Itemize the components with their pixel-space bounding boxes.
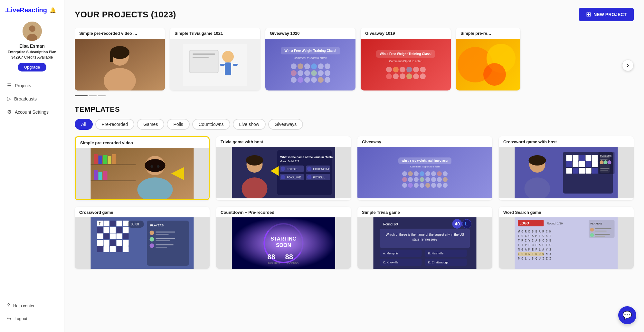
sidebar: .LiveReacting 🔔 Elsa Esman Enterprise Su… [0, 0, 64, 332]
broadcasts-icon: ▷ [7, 96, 11, 102]
svg-text:40: 40 [455, 221, 460, 226]
svg-rect-27 [112, 154, 116, 164]
svg-point-35 [157, 165, 160, 168]
project-card[interactable]: Simple Trivia game 1021 [170, 28, 260, 90]
credits-label: Credits Available [24, 55, 53, 60]
sidebar-item-logout[interactable]: ↪ Logout [3, 312, 61, 325]
svg-rect-11 [225, 62, 231, 75]
svg-text:W O R D S E A R C H: W O R D S E A R C H [518, 230, 551, 233]
svg-rect-22 [91, 180, 136, 181]
project-card[interactable]: Giveaway 1020 Win a Free Weight Training… [265, 28, 355, 90]
template-image: What is the name of the virus in "Metal … [216, 147, 351, 198]
projects-carousel[interactable]: Simple pre-recorded video … [75, 28, 634, 93]
template-card-crossword-game[interactable]: Crossword game T [75, 207, 210, 269]
svg-rect-110 [123, 240, 129, 246]
logout-icon: ↪ [7, 316, 11, 322]
svg-rect-103 [110, 233, 116, 239]
sidebar-item-projects-label: Projects [15, 83, 31, 88]
svg-rect-167 [595, 236, 605, 237]
svg-text:PLAYERS: PLAYERS [600, 154, 612, 157]
svg-rect-100 [123, 227, 129, 233]
svg-text:STARTING: STARTING [270, 236, 297, 242]
svg-text:P O L L S Q U I Z Z: P O L L S Q U I Z Z [518, 257, 552, 260]
svg-point-165 [590, 233, 594, 237]
template-card-word-search[interactable]: Word Search game LOGO Round: 1/20 PLAYER… [499, 207, 634, 269]
svg-point-88 [608, 160, 611, 164]
filter-tab-countdowns[interactable]: Countdowns [192, 119, 230, 130]
svg-text:FOXALIVE: FOXALIVE [287, 176, 301, 179]
project-card[interactable]: Giveaway 1019 Win a Free Weight Training… [361, 28, 451, 90]
sidebar-item-logout-label: Logout [14, 316, 27, 321]
sidebar-bottom: ? Help center ↪ Logout [0, 299, 64, 326]
sidebar-item-broadcasts[interactable]: ▷ Broadcasts [3, 92, 61, 105]
svg-rect-23 [94, 154, 98, 164]
svg-rect-111 [97, 246, 103, 252]
template-card-simple-trivia[interactable]: Simple Trivia game Round 1/9 40 L [357, 207, 492, 269]
sidebar-item-projects[interactable]: ☰ Projects [3, 79, 61, 92]
svg-text:L I V E R E A C T G: L I V E R E A C T G [518, 243, 551, 247]
filter-tab-live-show[interactable]: Live show [233, 119, 266, 130]
svg-text:L: L [465, 221, 468, 226]
svg-text:state Tennessee?: state Tennessee? [412, 238, 438, 241]
notification-icon[interactable]: 🔔 [50, 7, 56, 13]
svg-rect-30 [103, 171, 108, 180]
carousel-next-button[interactable]: › [622, 60, 634, 71]
project-card-title: Giveaway 1020 [265, 28, 355, 39]
svg-rect-102 [104, 233, 109, 239]
svg-point-120 [150, 231, 154, 235]
svg-point-1 [29, 25, 35, 32]
filter-tab-polls[interactable]: Polls [167, 119, 189, 130]
svg-rect-29 [99, 172, 102, 180]
user-plan: Enterprise Subscription Plan [5, 50, 60, 54]
project-card-image [75, 39, 165, 90]
project-card-title: Simple pre-re… [456, 28, 520, 39]
template-card-countdown[interactable]: Countdown + Pre-recorded [216, 207, 351, 269]
svg-rect-164 [595, 231, 607, 232]
plan-type: Enterprise [8, 50, 25, 54]
project-card-title: Simple Trivia game 1021 [170, 28, 260, 39]
svg-text:LOGO: LOGO [520, 222, 529, 225]
svg-point-86 [600, 160, 604, 164]
svg-rect-64 [579, 155, 585, 161]
svg-rect-114 [117, 246, 122, 252]
svg-text:PLAYERS: PLAYERS [591, 222, 603, 225]
project-card[interactable]: Simple pre-recorded video … [75, 28, 165, 90]
filter-tab-games[interactable]: Games [137, 119, 164, 130]
svg-rect-12 [220, 64, 225, 66]
template-card-crossword-host[interactable]: Crossword game with host [499, 136, 634, 200]
svg-rect-115 [123, 246, 129, 252]
svg-text:Round: 1/20: Round: 1/20 [547, 222, 563, 225]
svg-text:Which of these is the name of : Which of these is the name of the larges… [386, 233, 464, 236]
filter-tab-giveaways[interactable]: Giveaways [268, 119, 303, 130]
svg-point-32 [145, 159, 166, 172]
svg-text:FOXKILL: FOXKILL [313, 176, 325, 179]
svg-point-51 [281, 175, 285, 179]
help-icon: ? [7, 303, 10, 308]
svg-rect-122 [156, 234, 169, 235]
template-card-giveaway[interactable]: Giveaway Win a Free Weight Training Clas… [357, 136, 492, 200]
template-title: Word Search game [499, 207, 634, 217]
svg-rect-16 [193, 57, 209, 58]
filter-tab-pre-recorded[interactable]: Pre-recorded [95, 119, 135, 130]
svg-rect-71 [592, 161, 598, 167]
svg-rect-65 [586, 155, 592, 161]
template-title: Countdown + Pre-recorded [216, 207, 351, 217]
svg-text:T R I V I A B C D E: T R I V I A B C D E [518, 239, 551, 242]
svg-rect-118 [147, 221, 189, 266]
project-card-image [456, 39, 520, 90]
app-logo: .LiveReacting 🔔 [0, 6, 56, 14]
upgrade-button[interactable]: Upgrade [18, 63, 47, 71]
chat-bubble-button[interactable]: 💬 [618, 306, 636, 324]
template-card-pre-recorded-video[interactable]: Simple pre-recorded video [75, 136, 210, 200]
sidebar-item-account-settings[interactable]: ⚙ Account Settings [3, 106, 61, 118]
filter-tab-all[interactable]: All [75, 119, 93, 130]
svg-rect-98 [110, 227, 116, 233]
svg-point-162 [590, 228, 594, 232]
sidebar-item-help[interactable]: ? Help center [3, 299, 61, 312]
svg-rect-67 [566, 161, 572, 167]
svg-rect-74 [579, 168, 585, 174]
svg-text:F O X G A M E S A T: F O X G A M E S A T [518, 234, 552, 238]
new-project-button[interactable]: ⊞ NEW PROJECT [579, 8, 634, 21]
template-card-trivia-host[interactable]: Trivia game with host What is the name o… [216, 136, 351, 200]
project-card[interactable]: Simple pre-re… [456, 28, 520, 90]
